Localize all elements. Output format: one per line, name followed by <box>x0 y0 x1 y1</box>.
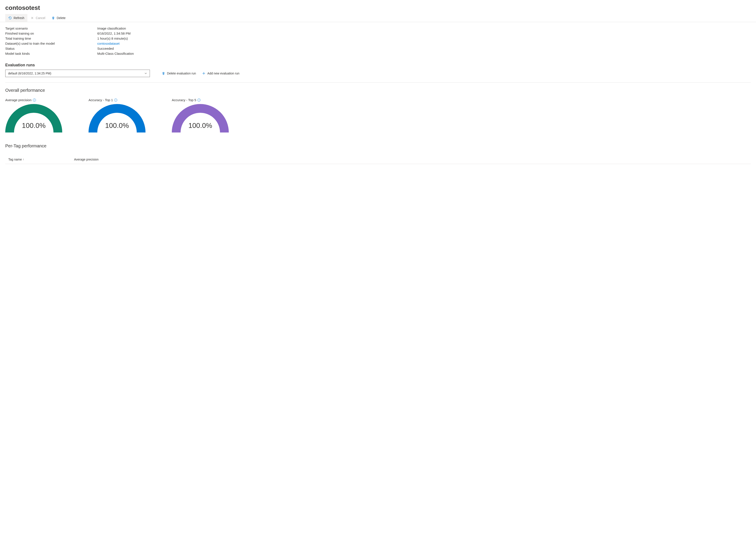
gauge-label-text: Accuracy - Top 1 <box>89 98 113 102</box>
gauge-chart <box>89 104 146 135</box>
col-header-tagname-label: Tag name <box>8 158 22 161</box>
status-value: Succeeded <box>97 47 114 50</box>
cancel-button: Cancel <box>27 14 48 22</box>
eval-run-select[interactable]: default (6/16/2022, 1:34:25 PM) <box>5 70 150 77</box>
finished-on-value: 6/16/2022, 1:34:58 PM <box>97 32 131 35</box>
gauges-row: Average precision i 100.0% Accuracy - To… <box>5 98 751 135</box>
gauge-value: 100.0% <box>89 122 146 130</box>
trash-icon <box>162 72 165 75</box>
cancel-icon <box>30 16 34 20</box>
delete-eval-run-button[interactable]: Delete evaluation run <box>161 70 197 76</box>
add-eval-run-button[interactable]: Add new evaluation run <box>201 70 240 76</box>
eval-run-bar: default (6/16/2022, 1:34:25 PM) Delete e… <box>5 70 751 83</box>
col-header-avg-precision[interactable]: Average precision <box>71 158 102 161</box>
model-task-value: Multi-Class Classification <box>97 52 134 55</box>
total-time-label: Total training time <box>5 37 97 40</box>
refresh-icon <box>8 16 12 20</box>
finished-on-label: Finished training on <box>5 32 97 35</box>
delete-eval-run-label: Delete evaluation run <box>167 72 196 75</box>
pertag-table-header: Tag name ↑ Average precision <box>5 155 751 164</box>
target-scenario-value: Image classification <box>97 27 126 30</box>
info-icon[interactable]: i <box>114 99 117 102</box>
model-task-label: Model task kinds <box>5 52 97 55</box>
gauge-accuracy-top5: Accuracy - Top 5 i 100.0% <box>172 98 229 135</box>
eval-runs-title: Evaluation runs <box>5 63 751 67</box>
chevron-down-icon <box>144 72 147 75</box>
gauge-chart <box>172 104 229 135</box>
overall-performance-title: Overall performance <box>5 88 751 93</box>
target-scenario-label: Target scenario <box>5 27 97 30</box>
plus-icon <box>202 72 206 75</box>
col-header-avg-precision-label: Average precision <box>74 158 99 161</box>
gauge-avg-precision: Average precision i 100.0% <box>5 98 62 135</box>
overall-performance-section: Overall performance Average precision i … <box>5 88 751 135</box>
cancel-label: Cancel <box>36 16 45 20</box>
trash-icon <box>51 16 55 20</box>
add-eval-run-label: Add new evaluation run <box>207 72 239 75</box>
status-label: Status <box>5 47 97 50</box>
info-icon[interactable]: i <box>33 99 36 102</box>
gauge-value: 100.0% <box>5 122 62 130</box>
toolbar: Refresh Cancel Delete <box>0 14 756 22</box>
gauge-accuracy-top1: Accuracy - Top 1 i 100.0% <box>89 98 146 135</box>
gauge-label-text: Accuracy - Top 5 <box>172 98 196 102</box>
gauge-value: 100.0% <box>172 122 229 130</box>
delete-button[interactable]: Delete <box>48 14 69 22</box>
datasets-label: Dataset(s) used to train the model <box>5 42 97 45</box>
details-panel: Target scenario Image classification Fin… <box>0 22 756 59</box>
refresh-button[interactable]: Refresh <box>5 14 27 22</box>
col-header-tagname[interactable]: Tag name ↑ <box>5 158 71 161</box>
delete-label: Delete <box>57 16 66 20</box>
page-title: contosotest <box>0 0 756 14</box>
pertag-section: Per-Tag performance Tag name ↑ Average p… <box>5 144 751 164</box>
refresh-label: Refresh <box>14 16 24 20</box>
datasets-link[interactable]: contosodataset <box>97 42 120 45</box>
gauge-chart <box>5 104 62 135</box>
total-time-value: 1 hour(s) 8 minute(s) <box>97 37 128 40</box>
sort-ascending-icon: ↑ <box>23 158 24 161</box>
info-icon[interactable]: i <box>197 99 201 102</box>
eval-run-selected-value: default (6/16/2022, 1:34:25 PM) <box>8 72 51 75</box>
gauge-label-text: Average precision <box>5 98 32 102</box>
pertag-title: Per-Tag performance <box>5 144 751 149</box>
